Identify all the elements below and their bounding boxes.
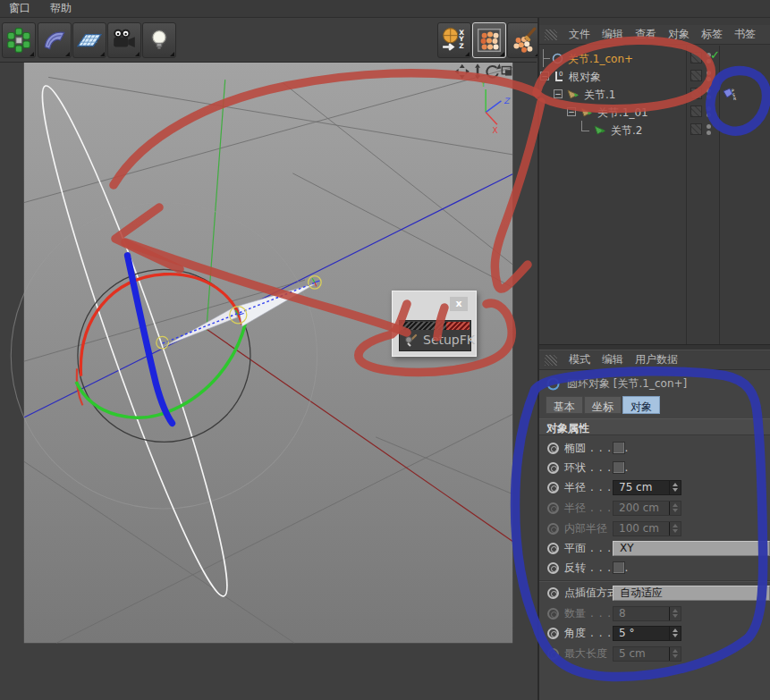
tab-basic[interactable]: 基本 — [546, 396, 583, 414]
tree-row-joint1-01[interactable]: − 关节.1_01 — [539, 103, 686, 121]
plane-dropdown[interactable]: XY — [613, 541, 770, 556]
keyframe-bullet[interactable] — [547, 543, 559, 554]
floor-icon — [76, 27, 103, 54]
layer-toggle[interactable] — [690, 70, 702, 81]
attr-row-plane: 平面. . . . . XY — [539, 539, 770, 557]
layer-toggle[interactable] — [690, 123, 702, 135]
am-menu-mode[interactable]: 模式 — [569, 352, 590, 367]
joint-icon — [580, 105, 595, 118]
spinner[interactable] — [669, 627, 681, 640]
om-menu-objects[interactable]: 对象 — [668, 27, 690, 42]
axis-x-label: X — [492, 126, 497, 135]
om-menu-tags[interactable]: 标签 — [701, 27, 723, 42]
menu-window[interactable]: 窗口 — [9, 1, 30, 16]
column-separator — [686, 46, 687, 344]
visibility-dots[interactable] — [707, 106, 711, 119]
spinner — [669, 522, 681, 536]
spinner — [669, 502, 681, 515]
spinner[interactable] — [669, 481, 681, 494]
radius-input[interactable]: 75 cm — [613, 480, 681, 495]
object-label[interactable]: 根对象 — [569, 70, 601, 85]
camera-button[interactable] — [107, 22, 141, 58]
interpolation-dropdown[interactable]: 自动适应 — [613, 586, 770, 601]
keyframe-bullet[interactable] — [547, 587, 559, 599]
enable-check-icon[interactable]: ✓ — [710, 48, 720, 62]
keyframe-bullet — [547, 608, 559, 620]
radius2-input-disabled: 200 cm — [613, 501, 681, 516]
tree-row-joint2[interactable]: 关节.2 — [539, 121, 686, 139]
snap-points-button[interactable] — [472, 22, 506, 58]
svg-text:Z: Z — [459, 42, 464, 50]
setupfk-button-label: SetupFK — [423, 333, 475, 347]
keyframe-bullet[interactable] — [547, 562, 559, 574]
drag-handle-accent — [446, 322, 470, 330]
layer-toggle[interactable] — [690, 105, 702, 117]
menu-help[interactable]: 帮助 — [50, 1, 72, 16]
viewport[interactable]: Y Z X — [0, 63, 537, 700]
setupfk-button[interactable]: SetupFK — [399, 320, 471, 351]
xyz-axis-icon: X Y Z — [441, 27, 468, 54]
ring-checkbox[interactable] — [613, 461, 625, 474]
ellipse-checkbox[interactable] — [613, 442, 625, 454]
object-label[interactable]: 关节.2 — [611, 123, 642, 139]
paint-points-button[interactable] — [507, 22, 541, 58]
om-menu-file[interactable]: 文件 — [569, 27, 590, 42]
circle-object-icon — [546, 377, 560, 391]
spinner — [669, 647, 681, 661]
layer-toggle[interactable] — [690, 88, 702, 99]
collapse-expander[interactable]: − — [567, 107, 576, 116]
om-menu-bookmarks[interactable]: 书签 — [734, 27, 756, 42]
palette-grip-icon[interactable] — [545, 30, 557, 40]
tree-row-joint1-con[interactable]: 关节.1_con+ — [539, 49, 686, 67]
collapse-expander[interactable]: − — [554, 89, 563, 98]
palette-grip-icon[interactable] — [545, 355, 557, 366]
keyframe-bullet[interactable] — [547, 462, 559, 474]
object-label[interactable]: 关节.1 — [584, 88, 615, 103]
om-menu-edit[interactable]: 编辑 — [602, 27, 623, 42]
om-menu-view[interactable]: 查看 — [635, 27, 656, 42]
tree-connector — [581, 121, 582, 131]
deformer-button[interactable] — [38, 22, 72, 58]
am-menu-userdata[interactable]: 用户数据 — [635, 352, 678, 367]
tree-row-root[interactable]: − 0 根对象 — [539, 67, 686, 85]
camera-icon — [111, 27, 138, 54]
keyframe-bullet — [547, 523, 559, 535]
psr-constraint-tag-icon[interactable]: P S R — [723, 87, 737, 101]
section-object-properties[interactable]: 对象属性 — [539, 418, 770, 435]
angle-input[interactable]: 5 ° — [613, 626, 681, 641]
xyz-axis-button[interactable]: X Y Z — [437, 22, 471, 58]
attribute-tabs: 基本 坐标 对象 — [546, 396, 660, 414]
visibility-dots[interactable] — [707, 124, 711, 137]
array-object-button[interactable] — [2, 22, 36, 58]
visibility-dots[interactable] — [707, 71, 711, 83]
keyframe-bullet[interactable] — [547, 482, 559, 493]
close-icon[interactable]: x — [450, 297, 468, 311]
attr-row-ellipse: 椭圆. . . . . — [539, 439, 770, 457]
visibility-dots[interactable] — [707, 89, 711, 101]
tab-object[interactable]: 对象 — [622, 396, 660, 414]
am-menu-edit[interactable]: 编辑 — [602, 352, 623, 367]
light-button[interactable] — [142, 22, 176, 58]
svg-text:0: 0 — [559, 71, 563, 78]
tab-coordinates[interactable]: 坐标 — [584, 396, 622, 414]
keyframe-bullet[interactable] — [547, 443, 559, 454]
keyframe-bullet — [547, 502, 559, 514]
attribute-manager: 模式 编辑 用户数据 圆环对象 [关节.1_con+] 基本 坐标 对象 对象属… — [539, 350, 770, 700]
column-separator — [719, 46, 720, 344]
floor-button[interactable] — [72, 22, 106, 58]
panel-splitter[interactable] — [539, 344, 770, 350]
tree-connector — [543, 58, 550, 59]
layer-toggle[interactable] — [690, 52, 702, 63]
reverse-checkbox[interactable] — [613, 561, 625, 574]
keyframe-bullet[interactable] — [547, 628, 559, 639]
number-input-disabled: 8 — [613, 606, 681, 621]
inner-radius-input-disabled: 100 cm — [613, 521, 681, 536]
active-object-title: 圆环对象 [关节.1_con+] — [567, 376, 687, 392]
attribute-manager-menubar: 模式 编辑 用户数据 — [539, 350, 770, 370]
tree-row-joint1[interactable]: − 关节.1 — [539, 85, 686, 103]
setupfk-tool-icon — [404, 333, 419, 348]
object-label[interactable]: 关节.1_01 — [597, 105, 648, 121]
attr-row-radius-2: 半径. . . . . 200 cm — [539, 499, 770, 517]
collapse-expander[interactable]: − — [540, 72, 549, 80]
object-label[interactable]: 关节.1_con+ — [568, 52, 633, 67]
